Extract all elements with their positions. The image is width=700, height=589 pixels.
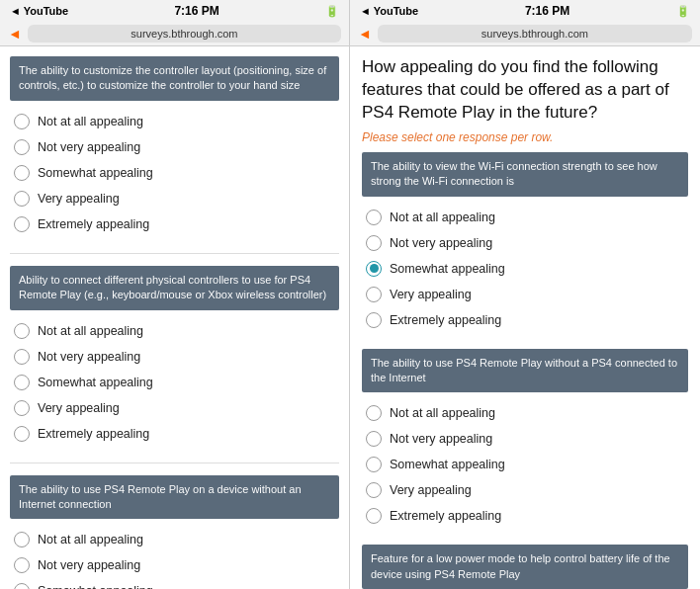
radio-option[interactable]: Not at all appealing: [362, 205, 688, 230]
radio-label: Very appealing: [390, 288, 472, 301]
right-phone-panel: ◄ YouTube 7:16 PM 🔋 ◄ surveys.bthrough.c…: [350, 0, 700, 589]
radio-circle[interactable]: [366, 431, 382, 447]
radio-label: Not at all appealing: [38, 533, 143, 547]
right-question-group-0: The ability to view the Wi-Fi connection…: [362, 152, 688, 333]
radio-label: Not at all appealing: [390, 406, 495, 420]
right-browser-bar: ◄ surveys.bthrough.com: [350, 22, 700, 46]
radio-circle[interactable]: [14, 216, 30, 232]
radio-circle[interactable]: [14, 532, 30, 547]
radio-option[interactable]: Extremely appealing: [362, 503, 688, 529]
left-section-header-2: The ability to use PS4 Remote Play on a …: [10, 475, 339, 520]
radio-option[interactable]: Very appealing: [10, 186, 339, 211]
sub-instruction-text: Please select one response per row.: [350, 128, 700, 152]
right-url-bar: surveys.bthrough.com: [378, 25, 692, 42]
left-status-bar: ◄ YouTube 7:16 PM 🔋: [0, 0, 349, 22]
radio-option[interactable]: Not very appealing: [10, 134, 339, 160]
radio-label: Extremely appealing: [38, 427, 149, 441]
radio-option[interactable]: Somewhat appealing: [362, 256, 688, 282]
radio-circle[interactable]: [366, 508, 382, 524]
radio-circle[interactable]: [366, 405, 382, 421]
left-url-bar: surveys.bthrough.com: [28, 25, 341, 42]
radio-option[interactable]: Somewhat appealing: [10, 160, 339, 186]
section-divider: [10, 463, 339, 463]
radio-circle[interactable]: [366, 235, 382, 251]
radio-label: Somewhat appealing: [38, 584, 153, 589]
left-battery-icon: 🔋: [325, 5, 339, 18]
right-section-header-1: The ability to use PS4 Remote Play witho…: [362, 349, 688, 393]
left-browser-bar: ◄ surveys.bthrough.com: [0, 22, 349, 46]
right-time: 7:16 PM: [525, 4, 569, 18]
radio-label: Extremely appealing: [390, 313, 501, 327]
right-back-arrow-icon[interactable]: ◄: [358, 26, 372, 42]
right-section-header-0: The ability to view the Wi-Fi connection…: [362, 152, 688, 197]
radio-option[interactable]: Somewhat appealing: [10, 578, 339, 589]
radio-circle[interactable]: [14, 114, 30, 129]
left-question-group-2: The ability to use PS4 Remote Play on a …: [10, 475, 339, 589]
radio-circle[interactable]: [14, 191, 30, 207]
right-scroll-content: The ability to view the Wi-Fi connection…: [350, 152, 700, 589]
radio-option[interactable]: Very appealing: [10, 395, 339, 421]
radio-label: Very appealing: [38, 401, 120, 415]
radio-label: Not very appealing: [38, 350, 140, 364]
right-question-group-1: The ability to use PS4 Remote Play witho…: [362, 349, 688, 530]
radio-option[interactable]: Very appealing: [362, 477, 688, 503]
right-youtube-label: ◄ YouTube: [360, 5, 418, 17]
radio-circle[interactable]: [14, 375, 30, 390]
radio-circle[interactable]: [366, 457, 382, 472]
radio-circle[interactable]: [14, 323, 30, 339]
radio-option[interactable]: Not at all appealing: [10, 318, 339, 344]
radio-label: Extremely appealing: [38, 217, 149, 231]
radio-option[interactable]: Very appealing: [362, 282, 688, 307]
radio-option[interactable]: Extremely appealing: [10, 421, 339, 447]
radio-option[interactable]: Not at all appealing: [10, 109, 339, 134]
radio-circle[interactable]: [366, 287, 382, 302]
radio-label: Somewhat appealing: [390, 458, 505, 471]
radio-circle[interactable]: [14, 139, 30, 155]
radio-option[interactable]: Not very appealing: [10, 344, 339, 370]
radio-circle[interactable]: [366, 312, 382, 328]
radio-label: Not at all appealing: [38, 324, 143, 338]
radio-circle[interactable]: [14, 557, 30, 573]
left-scroll-content: The ability to customize the controller …: [0, 46, 349, 589]
radio-circle[interactable]: [14, 426, 30, 442]
radio-circle[interactable]: [366, 210, 382, 225]
radio-label: Not at all appealing: [38, 115, 143, 128]
radio-option[interactable]: Not very appealing: [362, 230, 688, 256]
radio-label: Very appealing: [38, 192, 120, 206]
left-question-group-1: Ability to connect different physical co…: [10, 266, 339, 447]
radio-circle[interactable]: [14, 583, 30, 589]
radio-circle[interactable]: [14, 165, 30, 181]
left-phone-panel: ◄ YouTube 7:16 PM 🔋 ◄ surveys.bthrough.c…: [0, 0, 350, 589]
radio-label: Extremely appealing: [390, 509, 501, 523]
radio-circle[interactable]: [14, 400, 30, 416]
radio-label: Somewhat appealing: [38, 166, 153, 180]
radio-option[interactable]: Extremely appealing: [362, 307, 688, 333]
left-section-header-0: The ability to customize the controller …: [10, 56, 339, 101]
radio-option[interactable]: Somewhat appealing: [10, 370, 339, 395]
radio-label: Not very appealing: [390, 236, 492, 250]
radio-option[interactable]: Not very appealing: [362, 426, 688, 452]
radio-circle[interactable]: [366, 261, 382, 277]
main-question-text: How appealing do you find the following …: [350, 46, 700, 128]
left-question-group-0: The ability to customize the controller …: [10, 56, 339, 237]
right-question-group-2: Feature for a low power mode to help con…: [362, 545, 688, 589]
left-youtube-label: ◄ YouTube: [10, 5, 68, 17]
left-back-arrow-icon[interactable]: ◄: [8, 26, 22, 42]
right-section-header-2: Feature for a low power mode to help con…: [362, 545, 688, 589]
radio-circle[interactable]: [14, 349, 30, 365]
radio-label: Not at all appealing: [390, 210, 495, 224]
radio-option[interactable]: Not very appealing: [10, 552, 339, 578]
radio-label: Not very appealing: [390, 432, 492, 446]
right-status-bar: ◄ YouTube 7:16 PM 🔋: [350, 0, 700, 22]
radio-label: Somewhat appealing: [390, 262, 505, 276]
radio-label: Not very appealing: [38, 558, 140, 572]
radio-option[interactable]: Somewhat appealing: [362, 452, 688, 477]
section-divider: [10, 253, 339, 254]
radio-label: Somewhat appealing: [38, 376, 153, 389]
radio-option[interactable]: Not at all appealing: [362, 400, 688, 426]
left-time: 7:16 PM: [174, 4, 219, 18]
radio-option[interactable]: Extremely appealing: [10, 211, 339, 237]
left-section-header-1: Ability to connect different physical co…: [10, 266, 339, 310]
radio-option[interactable]: Not at all appealing: [10, 527, 339, 552]
radio-circle[interactable]: [366, 482, 382, 498]
